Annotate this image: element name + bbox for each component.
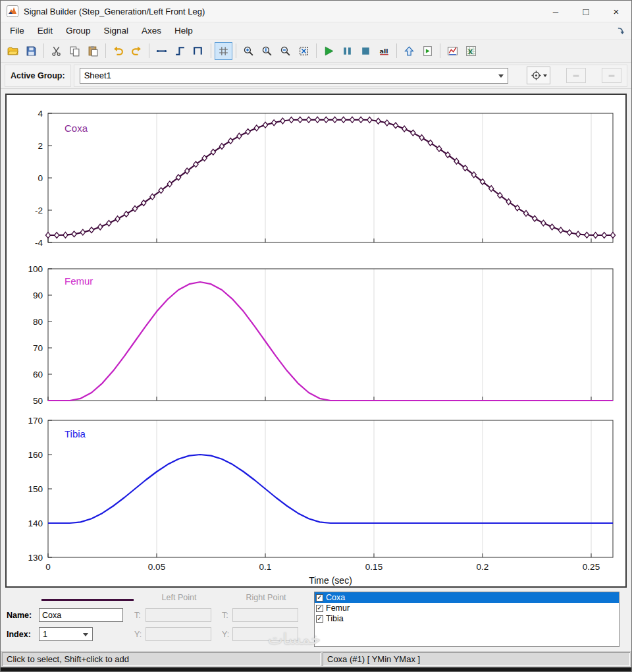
- save-button[interactable]: [22, 42, 40, 60]
- minimize-button[interactable]: –: [540, 1, 571, 22]
- data-point-marker[interactable]: [219, 144, 224, 150]
- redo-button[interactable]: [128, 42, 145, 60]
- data-point-marker[interactable]: [306, 117, 311, 123]
- data-point-marker[interactable]: [585, 232, 589, 238]
- data-point-marker[interactable]: [72, 231, 76, 237]
- up-to-parent-button[interactable]: [400, 42, 418, 60]
- data-point-marker[interactable]: [315, 117, 320, 123]
- data-point-marker[interactable]: [359, 117, 363, 123]
- data-point-marker[interactable]: [324, 117, 329, 123]
- data-point-marker[interactable]: [332, 117, 337, 123]
- data-point-marker[interactable]: [289, 117, 294, 123]
- index-dropdown[interactable]: 1: [39, 627, 93, 641]
- menu-file[interactable]: File: [3, 24, 31, 38]
- run-button[interactable]: [320, 42, 338, 60]
- pause-button[interactable]: [338, 42, 356, 60]
- signal-label-tibia[interactable]: Tibia: [65, 428, 86, 439]
- data-point-marker[interactable]: [89, 227, 93, 233]
- data-point-marker[interactable]: [132, 206, 137, 211]
- signal-display-button[interactable]: [444, 42, 461, 60]
- data-point-marker[interactable]: [298, 117, 302, 123]
- data-point-marker[interactable]: [254, 125, 259, 131]
- data-point-marker[interactable]: [228, 138, 233, 144]
- data-point-marker[interactable]: [576, 231, 581, 237]
- segment-line-button[interactable]: [153, 42, 171, 60]
- signal-label-coxa[interactable]: Coxa: [65, 123, 88, 134]
- signal-checkbox[interactable]: ✓: [316, 615, 323, 623]
- active-group-combobox[interactable]: Sheet1: [80, 68, 508, 84]
- data-point-marker[interactable]: [602, 233, 606, 238]
- zoom-in-y-button[interactable]: [258, 42, 276, 60]
- zoom-in-x-button[interactable]: [240, 42, 257, 60]
- coxa-signal-line[interactable]: [48, 120, 613, 235]
- data-point-marker[interactable]: [45, 233, 50, 238]
- menu-signal[interactable]: Signal: [97, 24, 136, 38]
- build-all-button[interactable]: all: [375, 42, 393, 60]
- data-point-marker[interactable]: [411, 130, 415, 136]
- signal-list-item-tibia[interactable]: ✓Tibia: [315, 613, 619, 624]
- tibia-signal-line[interactable]: [48, 455, 613, 523]
- data-point-marker[interactable]: [550, 224, 554, 230]
- signal-list-item-coxa[interactable]: ✓Coxa: [315, 592, 619, 603]
- chart-coxa[interactable]: -4-2024Coxa: [7, 98, 627, 256]
- data-point-marker[interactable]: [107, 220, 111, 226]
- data-point-marker[interactable]: [541, 220, 546, 226]
- data-point-marker[interactable]: [593, 233, 598, 238]
- data-point-marker[interactable]: [428, 140, 433, 146]
- data-point-marker[interactable]: [558, 227, 563, 233]
- menu-help[interactable]: Help: [168, 24, 199, 38]
- signal-label-femur[interactable]: Femur: [65, 275, 93, 287]
- data-point-marker[interactable]: [393, 123, 398, 128]
- data-point-marker[interactable]: [610, 233, 615, 238]
- open-button[interactable]: [4, 42, 22, 60]
- data-point-marker[interactable]: [263, 122, 267, 128]
- export-excel-button[interactable]: X: [462, 42, 480, 60]
- signal-checkbox[interactable]: ✓: [316, 605, 323, 612]
- close-button[interactable]: ×: [601, 1, 631, 22]
- data-point-marker[interactable]: [419, 135, 424, 141]
- signal-list-item-femur[interactable]: ✓Femur: [315, 603, 619, 613]
- femur-signal-line[interactable]: [48, 282, 613, 401]
- data-point-marker[interactable]: [272, 120, 276, 126]
- segment-pulse-button[interactable]: [190, 42, 207, 60]
- chart-femur[interactable]: 5060708090100Femur: [7, 256, 627, 408]
- data-point-marker[interactable]: [350, 117, 354, 123]
- data-point-marker[interactable]: [567, 230, 571, 236]
- paste-button[interactable]: [84, 42, 102, 60]
- copy-button[interactable]: [66, 42, 84, 60]
- signal-checkbox[interactable]: ✓: [316, 594, 323, 602]
- zoom-out-button[interactable]: [276, 42, 294, 60]
- data-point-marker[interactable]: [98, 224, 103, 230]
- data-point-marker[interactable]: [367, 117, 372, 123]
- data-point-marker[interactable]: [80, 229, 85, 235]
- name-input[interactable]: [39, 608, 123, 622]
- data-point-marker[interactable]: [280, 118, 285, 124]
- data-point-marker[interactable]: [246, 129, 250, 135]
- undo-button[interactable]: [109, 42, 127, 60]
- data-point-marker[interactable]: [124, 211, 128, 217]
- chart-tibia[interactable]: 13014015016017000.050.10.150.20.25Time (…: [7, 408, 627, 586]
- data-point-marker[interactable]: [237, 133, 242, 139]
- data-point-marker[interactable]: [402, 126, 407, 132]
- data-point-marker[interactable]: [63, 232, 68, 238]
- menu-group[interactable]: Group: [59, 24, 97, 38]
- data-point-marker[interactable]: [55, 233, 59, 238]
- data-point-marker[interactable]: [115, 216, 120, 222]
- signal-listbox[interactable]: ✓Coxa✓Femur✓Tibia: [314, 592, 619, 647]
- data-point-marker[interactable]: [523, 211, 528, 217]
- grid-button[interactable]: [215, 42, 232, 60]
- data-point-marker[interactable]: [341, 117, 346, 123]
- stop-button[interactable]: [357, 42, 375, 60]
- maximize-button[interactable]: □: [571, 1, 601, 22]
- data-point-marker[interactable]: [376, 118, 381, 124]
- fit-view-button[interactable]: [295, 42, 313, 60]
- segment-step-button[interactable]: [171, 42, 189, 60]
- menu-axes[interactable]: Axes: [135, 24, 168, 38]
- chart-panel[interactable]: -4-2024Coxa5060708090100Femur13014015016…: [5, 94, 627, 588]
- dock-arrow-icon[interactable]: [617, 26, 625, 35]
- group-options-button[interactable]: [527, 67, 550, 84]
- open-model-button[interactable]: [419, 42, 436, 60]
- data-point-marker[interactable]: [533, 215, 537, 221]
- data-point-marker[interactable]: [384, 120, 389, 126]
- menu-edit[interactable]: Edit: [31, 24, 59, 38]
